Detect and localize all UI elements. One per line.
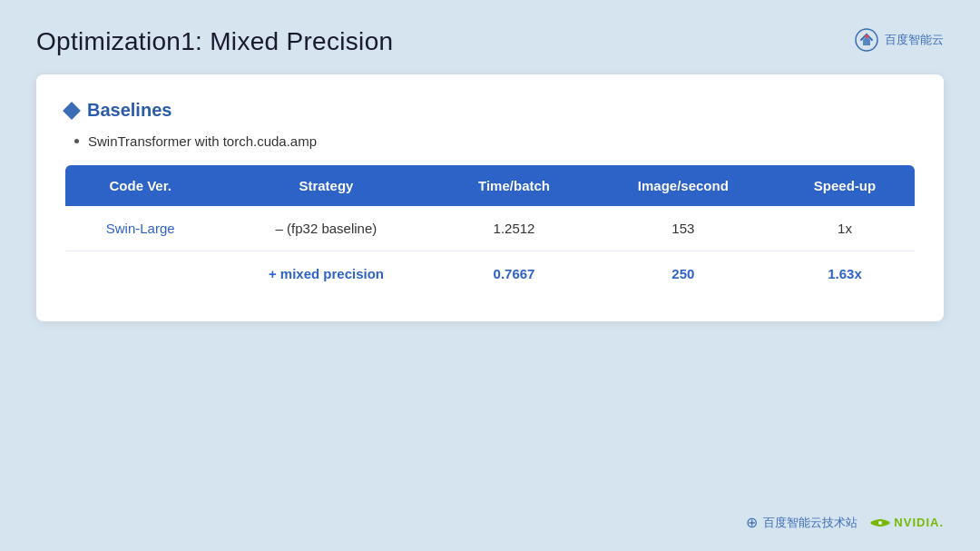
col-header-speed-up: Speed-up: [775, 165, 915, 206]
footer-brand: ⊕ 百度智能云技术站: [746, 514, 858, 531]
svg-point-1: [865, 34, 868, 38]
footer-area: ⊕ 百度智能云技术站 NVIDIA.: [746, 514, 944, 531]
cell-strategy-1: + mixed precision: [215, 251, 436, 297]
section-title-text: Baselines: [87, 100, 172, 121]
baseline-item: SwinTransformer with torch.cuda.amp: [65, 133, 915, 149]
data-table: Code Ver. Strategy Time/batch Image/seco…: [65, 165, 915, 296]
cell-speed-up-0: 1x: [775, 206, 915, 251]
col-header-strategy: Strategy: [215, 165, 436, 206]
cell-strategy-0: – (fp32 baseline): [215, 206, 436, 251]
col-header-image-second: Image/second: [592, 165, 776, 206]
logo-text: 百度智能云: [885, 32, 944, 48]
baseline-description: SwinTransformer with torch.cuda.amp: [88, 133, 317, 149]
cell-image-second-0: 153: [592, 206, 776, 251]
diamond-icon: [63, 102, 81, 120]
cell-time-batch-0: 1.2512: [436, 206, 591, 251]
nvidia-text: NVIDIA.: [894, 516, 944, 529]
bullet-icon: [74, 139, 79, 143]
svg-point-3: [878, 521, 882, 525]
col-header-code-ver: Code Ver.: [65, 165, 215, 206]
cell-code-ver-1: [65, 251, 215, 297]
nvidia-logo-wrapper: NVIDIA.: [870, 516, 944, 529]
table-row: Swin-Large – (fp32 baseline) 1.2512 153 …: [65, 206, 915, 251]
cell-time-batch-1: 0.7667: [436, 251, 591, 297]
header: Optimization1: Mixed Precision 百度智能云: [36, 27, 944, 56]
section-title-row: Baselines: [65, 100, 915, 121]
footer-brand-text: 百度智能云技术站: [763, 515, 858, 531]
nvidia-eye-icon: [870, 517, 890, 529]
page-title: Optimization1: Mixed Precision: [36, 27, 393, 56]
cell-image-second-1: 250: [592, 251, 776, 297]
cell-code-ver-0: Swin-Large: [65, 206, 215, 251]
table-row: + mixed precision 0.7667 250 1.63x: [65, 251, 915, 297]
table-header-row: Code Ver. Strategy Time/batch Image/seco…: [65, 165, 915, 206]
col-header-time-batch: Time/batch: [436, 165, 591, 206]
wechat-icon: ⊕: [746, 514, 758, 531]
content-card: Baselines SwinTransformer with torch.cud…: [36, 74, 944, 321]
slide: Optimization1: Mixed Precision 百度智能云 Bas…: [0, 0, 980, 551]
logo-area: 百度智能云: [854, 27, 944, 53]
cell-speed-up-1: 1.63x: [775, 251, 915, 297]
table-header: Code Ver. Strategy Time/batch Image/seco…: [65, 165, 915, 206]
table-body: Swin-Large – (fp32 baseline) 1.2512 153 …: [65, 206, 915, 296]
baidu-cloud-logo-icon: [854, 27, 879, 53]
